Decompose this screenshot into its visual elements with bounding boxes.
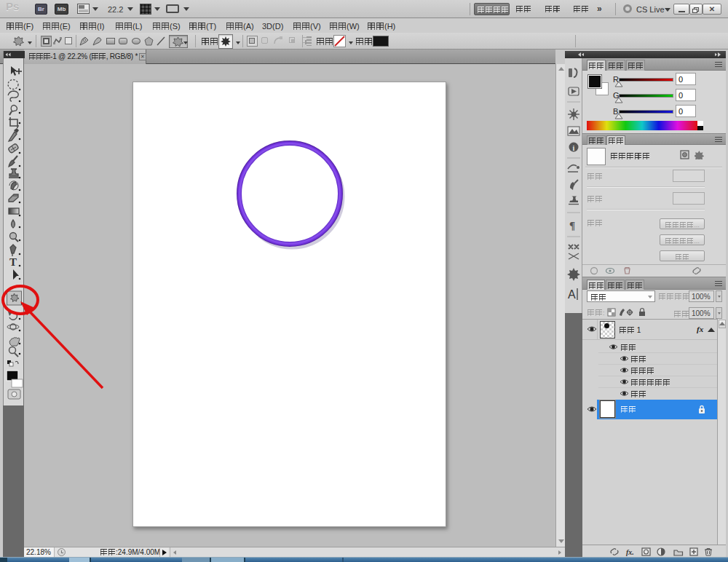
svg-text:T: T bbox=[9, 256, 17, 268]
svg-text:i: i bbox=[573, 144, 575, 152]
svg-text:fx.: fx. bbox=[626, 548, 634, 556]
svg-text:A: A bbox=[568, 288, 576, 301]
svg-text:¶: ¶ bbox=[569, 220, 575, 231]
